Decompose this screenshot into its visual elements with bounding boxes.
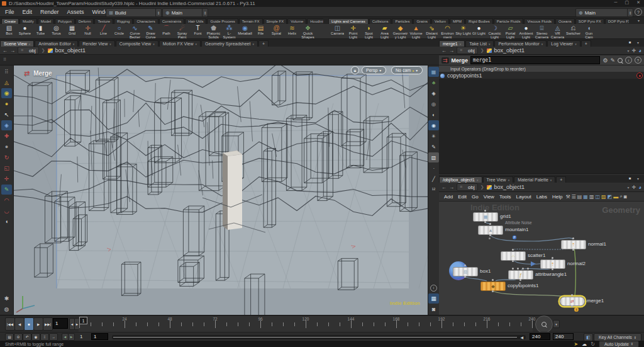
play-reverse-button[interactable]: ◀ — [14, 317, 25, 331]
pane-tab[interactable]: Material Palette▾ — [514, 176, 555, 183]
pane-tab[interactable]: /obj/box_object1▾ — [439, 176, 482, 183]
handle-icon[interactable]: ⠿ — [1, 67, 12, 77]
shelf-tab[interactable]: Oceans — [555, 18, 575, 24]
jump-end-button[interactable]: ▶▶| — [43, 317, 53, 331]
tab-menu-icon[interactable]: ▾ — [550, 178, 552, 182]
tab-menu-icon[interactable]: ▾ — [29, 42, 31, 46]
jump-start-button[interactable]: |◀◀ — [5, 317, 15, 331]
camera-selector-button[interactable]: No cam ● ▼ — [391, 66, 423, 74]
undo-keys-icon[interactable]: ↶ — [23, 333, 31, 341]
shelf-tab[interactable]: Terrain FX — [239, 18, 263, 24]
brush-icon[interactable]: ✎ — [428, 142, 439, 152]
paint-tool-icon[interactable]: ✎ — [1, 185, 12, 195]
maximize-icon[interactable]: ▢ — [625, 0, 630, 5]
shelf-tab[interactable]: Guide Process — [207, 18, 238, 24]
scrub-zoom-knob[interactable] — [535, 316, 553, 333]
node-grid1[interactable]: ▦ — [473, 212, 498, 222]
shelf-tab[interactable]: Polygon — [55, 18, 75, 24]
pose-tool-icon[interactable]: ✛ — [1, 174, 12, 184]
tab-menu-icon[interactable]: ▾ — [73, 42, 75, 46]
lights-icon[interactable]: ◐ — [428, 110, 439, 120]
color-icon[interactable]: ▦ — [583, 194, 588, 200]
fan-icon[interactable]: ✳ — [428, 131, 439, 141]
sphere-tool-icon[interactable]: ● — [1, 142, 12, 152]
shelf-tab[interactable]: MPM — [450, 18, 465, 24]
cursor-mode-icon[interactable]: ➤ — [574, 341, 579, 347]
refresh-icon[interactable]: ↻ — [591, 341, 595, 347]
tab-menu-icon[interactable]: ▾ — [477, 178, 479, 182]
tool-vr-camera[interactable]: ◬VR Camera — [550, 25, 565, 40]
shelf-tab[interactable]: Texture — [94, 18, 113, 24]
shelf-tab[interactable]: Rigid Bodies — [465, 18, 493, 24]
points-icon[interactable]: ∙ — [428, 163, 439, 173]
pane-tab[interactable]: Geometry Spreadsheet▾ — [201, 40, 258, 47]
shelf-tab[interactable]: Volume — [287, 18, 306, 24]
help-icon[interactable]: ? — [635, 8, 642, 16]
magnet-tool-icon[interactable]: ◖ — [1, 217, 12, 227]
tool-sphere[interactable]: ●Sphere — [17, 25, 33, 40]
node-label[interactable]: copytopoints1 — [508, 283, 538, 288]
input-operator-row[interactable]: copytopoints1 — [439, 72, 644, 79]
tool-file[interactable]: ▤File — [253, 25, 269, 40]
node-name-field[interactable]: merge1 — [470, 56, 600, 64]
grid-icon[interactable]: ▥ — [589, 194, 594, 200]
tool-quick-shapes[interactable]: ❖Quick Shapes — [300, 25, 316, 40]
hq-light-icon[interactable]: ◉ — [428, 120, 439, 130]
node-label[interactable]: merge1 — [587, 298, 604, 304]
network-menu-view[interactable]: View — [484, 194, 494, 200]
pane-tab[interactable]: Performance Monitor▾ — [494, 40, 547, 47]
shade-icon[interactable]: ▧ — [428, 152, 439, 162]
desktop-selector[interactable]: ⊞ Build — [106, 8, 161, 17]
shelf-icon[interactable]: ▬ — [613, 194, 618, 200]
tab-menu-icon[interactable]: ▾ — [575, 42, 577, 46]
back-icon[interactable]: ← — [441, 48, 447, 54]
pane-tab[interactable]: Take List▾ — [465, 40, 494, 47]
tool-spiral[interactable]: @Spiral — [269, 25, 284, 40]
camera-lock-icon[interactable]: 🔒︎ — [351, 66, 359, 74]
memory-icon[interactable]: ☁ — [582, 341, 587, 347]
tool-metaball[interactable]: ◉Metaball — [237, 25, 253, 40]
shelf-tab[interactable]: Characters — [133, 18, 158, 24]
pin-icon[interactable]: ✛ — [631, 185, 636, 190]
tool-null[interactable]: ✛Null — [80, 25, 96, 40]
export-icon[interactable]: ◩ — [608, 194, 613, 200]
tool-draw-curve[interactable]: ✎Draw Curve — [143, 25, 158, 40]
tab-menu-icon[interactable]: ▾ — [196, 42, 197, 46]
tool-point-light[interactable]: ✛Point Light — [345, 25, 361, 40]
node-path-label[interactable]: box_object1 — [55, 47, 86, 54]
node-mountain1[interactable]: ▲ — [478, 225, 503, 235]
snapshot-camera-icon[interactable]: ◙ — [428, 304, 439, 314]
network-menu-layout[interactable]: Layout — [516, 194, 531, 200]
shelf-overflow-icon[interactable]: ▾ — [638, 18, 640, 23]
slash-icon[interactable]: ╱ — [428, 174, 439, 184]
network-editor-canvas[interactable]: Indie Edition Geometry P ▦grid1▲mountain… — [439, 202, 644, 315]
show-materials-icon[interactable]: ● — [1, 99, 12, 109]
gear-icon[interactable]: ⚙ — [602, 57, 608, 64]
tab-menu-icon[interactable]: ▾ — [153, 42, 155, 46]
tool-l-system[interactable]: ⁂L-System — [221, 25, 237, 40]
chevron-down-icon[interactable]: ▾ — [627, 185, 629, 190]
menu-item-assets[interactable]: Assets — [67, 9, 84, 15]
pane-tab[interactable]: merge1▾ — [439, 40, 465, 47]
folder-icon[interactable]: ▨ — [601, 194, 606, 200]
tool-spray-paint[interactable]: ☄Spray Paint — [174, 25, 190, 40]
range-limit-icon[interactable]: ⌶ — [40, 333, 49, 341]
pane-tab[interactable]: Tree View▾ — [483, 176, 514, 183]
shelf-tab[interactable]: Lights and Cameras — [328, 18, 369, 24]
quickmark-icon[interactable]: ▦ — [428, 293, 439, 304]
auto-update-selector[interactable]: Auto Update ⇕ — [599, 341, 639, 347]
tool-portal-light[interactable]: ▱Portal Light — [502, 25, 518, 40]
forward-icon[interactable]: → — [449, 48, 454, 54]
node-label[interactable]: normal2 — [567, 261, 586, 266]
forward-icon[interactable]: → — [449, 185, 454, 190]
tool-tube[interactable]: ▮Tube — [33, 25, 48, 40]
sync-icon[interactable]: ◕ — [638, 48, 641, 54]
tool-spot-light[interactable]: ◗Spot Light — [361, 25, 377, 40]
shelf-tab[interactable]: Particles — [392, 18, 413, 24]
timeline-ruler[interactable]: 24487296120144168192216240 — [79, 316, 533, 332]
warning-badge[interactable]: ! — [574, 307, 579, 312]
snap-icon[interactable]: ✱ — [1, 293, 12, 304]
shelf-tab[interactable]: Vellum — [431, 18, 449, 24]
pane-tab[interactable]: + — [556, 176, 566, 183]
shelf-tab[interactable]: Viscous Fluids — [524, 18, 555, 24]
